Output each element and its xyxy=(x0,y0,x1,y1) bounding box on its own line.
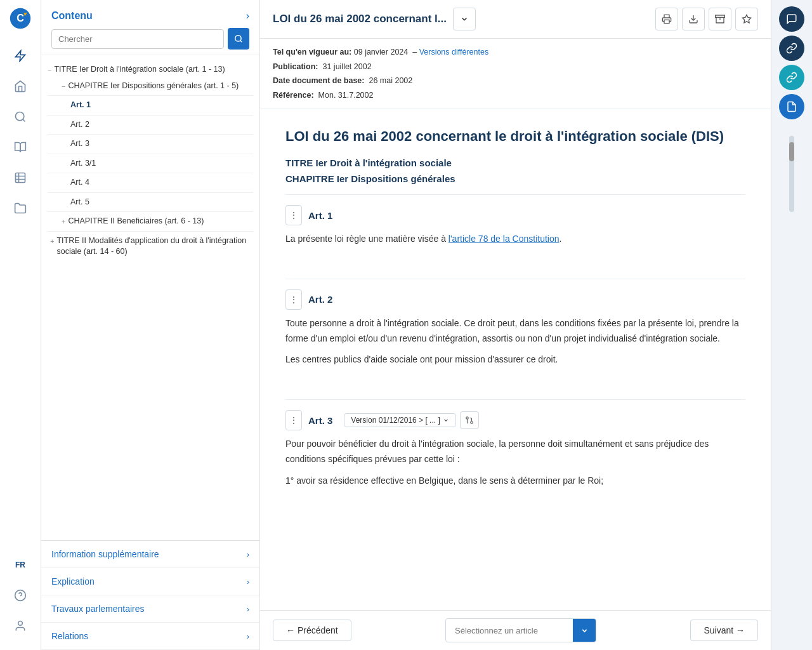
bottom-nav: ← Précédent Suivant → xyxy=(260,610,771,650)
nav-user-icon[interactable] xyxy=(6,612,34,640)
toc-collapse-titre1[interactable]: − xyxy=(48,65,51,75)
svg-rect-14 xyxy=(716,15,725,17)
toc-art2[interactable]: Art. 2 xyxy=(48,117,253,133)
article-2-menu-btn[interactable]: ⋮ xyxy=(285,289,302,310)
article-2-text1: Toute personne a droit à l'intégration s… xyxy=(285,316,745,347)
toc-container: − TITRE Ier Droit à l'intégration social… xyxy=(41,55,259,540)
svg-text:C: C xyxy=(16,12,24,23)
toc-titre-2[interactable]: + TITRE II Modalités d'application du dr… xyxy=(48,233,253,260)
search-input[interactable] xyxy=(51,29,224,49)
doc-section-titre: TITRE Ier Droit à l'intégration sociale xyxy=(285,157,745,168)
search-button[interactable] xyxy=(228,28,249,50)
sidebar-header: Contenu › xyxy=(41,0,259,55)
accordion-info-sup[interactable]: Information supplémentaire › xyxy=(41,541,259,568)
doc-section-chapitre: CHAPITRE Ier Dispositions générales xyxy=(285,173,745,184)
svg-marker-16 xyxy=(742,15,750,23)
article-2-header: ⋮ Art. 2 xyxy=(285,289,745,310)
nav-table-icon[interactable] xyxy=(6,164,34,192)
accordion-travaux-parl-label: Travaux parlementaires xyxy=(51,604,145,614)
article-selector-input[interactable] xyxy=(446,621,573,640)
toc-collapse-chap1[interactable]: − xyxy=(62,82,65,91)
accordion-relations[interactable]: Relations › xyxy=(41,623,259,650)
article-selector-dropdown-btn[interactable] xyxy=(573,619,596,642)
tel-qu-vigueur-value: 09 janvier 2024 xyxy=(354,48,408,56)
svg-line-11 xyxy=(240,41,242,43)
article-1-block: ⋮ Art. 1 La présente loi règle une matiè… xyxy=(285,205,745,260)
app-logo[interactable]: C xyxy=(8,6,32,30)
toc-chapitre-2[interactable]: + CHAPITRE II Beneficiaires (art. 6 - 13… xyxy=(48,213,253,230)
versions-differentes-link[interactable]: Versions différentes xyxy=(419,48,489,56)
article-3-header: ⋮ Art. 3 Version 01/12/2016 > [ ... ] xyxy=(285,410,745,430)
toc-titre-2-label: TITRE II Modalités d'application du droi… xyxy=(56,235,252,258)
top-bar: LOI du 26 mai 2002 concernant l... xyxy=(260,0,771,39)
right-doc-icon[interactable] xyxy=(779,94,804,119)
sidebar-title-chevron[interactable]: › xyxy=(246,10,249,22)
date-doc-value: 26 mai 2002 xyxy=(369,76,412,85)
nav-search-icon[interactable] xyxy=(6,103,34,131)
toc-expand-titre2[interactable]: + xyxy=(50,237,54,246)
nav-library-icon[interactable] xyxy=(6,133,34,161)
accordion-relations-label: Relations xyxy=(51,631,88,641)
accordion-travaux-parl-chevron: › xyxy=(247,604,249,614)
toc-art1[interactable]: Art. 1 xyxy=(48,97,253,114)
publication-value: 31 juillet 2002 xyxy=(322,62,371,71)
reference-label: Référence: xyxy=(273,91,314,100)
nav-legislation-icon[interactable] xyxy=(6,42,34,70)
next-button[interactable]: Suivant → xyxy=(690,620,758,641)
svg-point-10 xyxy=(235,36,241,41)
doc-short-title: LOI du 26 mai 2002 concernant l... xyxy=(273,13,447,25)
reference-value: Mon. 31.7.2002 xyxy=(318,91,374,100)
article-3-block: ⋮ Art. 3 Version 01/12/2016 > [ ... ] Po… xyxy=(285,410,745,501)
left-icon-bar: C FR xyxy=(0,0,41,650)
article-3-version-icon-btn[interactable] xyxy=(460,411,479,429)
toc-chapitre-1[interactable]: − CHAPITRE Ier Dispositions générales (a… xyxy=(48,78,253,95)
prev-button[interactable]: ← Précédent xyxy=(273,620,351,641)
article-1-header: ⋮ Art. 1 xyxy=(285,205,745,225)
search-bar xyxy=(51,28,249,50)
scrollbar-thumb[interactable] xyxy=(789,142,794,161)
right-link-icon[interactable] xyxy=(779,36,804,61)
sidebar: Contenu › − TITRE Ier Droit à l'intégrat… xyxy=(41,0,260,650)
nav-folder-icon[interactable] xyxy=(6,194,34,222)
article-2-text2: Les centres publics d'aide sociale ont p… xyxy=(285,352,745,368)
nav-language-icon[interactable]: FR xyxy=(6,551,34,579)
nav-help-icon[interactable] xyxy=(6,581,34,609)
sidebar-title-row: Contenu › xyxy=(51,10,249,22)
constitution-link[interactable]: l'article 78 de la Constitution xyxy=(449,234,560,244)
article-1-menu-btn[interactable]: ⋮ xyxy=(285,205,302,225)
accordion-explication[interactable]: Explication › xyxy=(41,568,259,595)
toc-art5[interactable]: Art. 5 xyxy=(48,194,253,211)
article-3-menu-btn[interactable]: ⋮ xyxy=(285,410,302,430)
doc-main-title: LOI du 26 mai 2002 concernant le droit à… xyxy=(285,128,745,145)
toc-titre-1[interactable]: − TITRE Ier Droit à l'intégration social… xyxy=(48,62,253,78)
download-button[interactable] xyxy=(682,8,705,30)
svg-point-9 xyxy=(18,621,23,626)
toc-chapitre-1-label: CHAPITRE Ier Dispositions générales (art… xyxy=(68,81,239,92)
doc-title-dropdown-btn[interactable] xyxy=(453,8,476,30)
article-2-block: ⋮ Art. 2 Toute personne a droit à l'inté… xyxy=(285,289,745,380)
article-3-version-area: Version 01/12/2016 > [ ... ] xyxy=(344,411,478,429)
doc-body: LOI du 26 mai 2002 concernant le droit à… xyxy=(260,109,771,650)
right-chat-icon[interactable] xyxy=(779,6,804,32)
svg-line-5 xyxy=(23,119,25,122)
archive-button[interactable] xyxy=(709,8,731,30)
article-3-version-btn[interactable]: Version 01/12/2016 > [ ... ] xyxy=(344,413,455,427)
right-circle-link-icon[interactable] xyxy=(779,65,804,90)
accordion-travaux-parl[interactable]: Travaux parlementaires › xyxy=(41,595,259,623)
toc-art3[interactable]: Art. 3 xyxy=(48,136,253,152)
article-3-text1: Pour pouvoir bénéficier du droit à l'int… xyxy=(285,437,745,467)
bottom-nav-icons: FR xyxy=(6,551,34,650)
doc-title-area: LOI du 26 mai 2002 concernant l... xyxy=(273,8,476,30)
print-button[interactable] xyxy=(655,8,678,30)
toc-expand-chap2[interactable]: + xyxy=(62,217,65,227)
doc-actions xyxy=(655,8,758,30)
toc-art3-1[interactable]: Art. 3/1 xyxy=(48,156,253,172)
article-1-title: Art. 1 xyxy=(308,210,332,221)
svg-point-18 xyxy=(466,417,469,420)
svg-point-17 xyxy=(471,421,473,424)
favorite-button[interactable] xyxy=(735,8,758,30)
scrollbar-track xyxy=(789,136,794,212)
date-doc-label: Date document de base: xyxy=(273,76,364,85)
toc-art4[interactable]: Art. 4 xyxy=(48,175,253,191)
nav-home-icon[interactable] xyxy=(6,72,34,100)
